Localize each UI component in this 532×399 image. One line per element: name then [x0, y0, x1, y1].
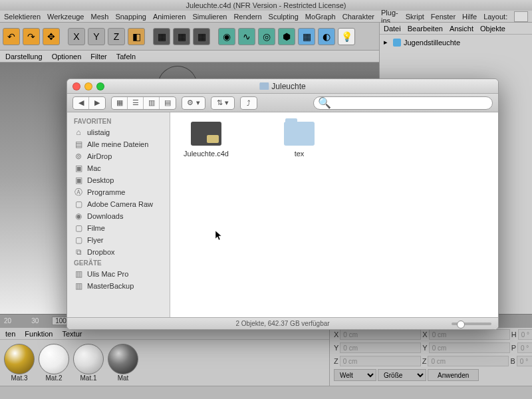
- deformer-icon[interactable]: ⬢: [278, 28, 295, 45]
- icon-view-button[interactable]: ▦: [112, 97, 128, 109]
- sidebar-item[interactable]: ▢Filme: [67, 222, 170, 234]
- z-pos-input[interactable]: [340, 356, 421, 366]
- menu-item[interactable]: Animieren: [153, 13, 186, 21]
- menu-item[interactable]: Skript: [406, 13, 424, 21]
- panel-menu[interactable]: Objekte: [480, 25, 505, 33]
- material-swatch[interactable]: Mat.1: [73, 344, 104, 382]
- primitive-icon[interactable]: ◉: [218, 28, 235, 45]
- y-pos-input[interactable]: [340, 342, 421, 353]
- mat-tab[interactable]: Funktion: [25, 330, 53, 338]
- size-select[interactable]: Größe: [378, 369, 426, 381]
- move-icon[interactable]: ✥: [43, 28, 60, 45]
- file-item[interactable]: tex: [273, 122, 326, 158]
- list-view-button[interactable]: ☰: [128, 97, 144, 109]
- undo-icon[interactable]: ↶: [3, 28, 20, 45]
- sidebar-item[interactable]: ⒶProgramme: [67, 186, 170, 198]
- light-icon[interactable]: 💡: [338, 28, 355, 45]
- h-input[interactable]: [518, 329, 532, 340]
- sidebar-item-label: Desktop: [87, 176, 114, 184]
- material-swatch[interactable]: Mat.3: [4, 344, 35, 382]
- generator-icon[interactable]: ◎: [258, 28, 275, 45]
- panel-menu[interactable]: Bearbeiten: [408, 25, 443, 33]
- sidebar-item[interactable]: ⊚AirDrop: [67, 150, 170, 162]
- close-button[interactable]: [72, 82, 80, 90]
- render-region-icon[interactable]: ▦: [173, 28, 190, 45]
- x-size-input[interactable]: [429, 329, 510, 340]
- share-button[interactable]: ⤴: [240, 96, 257, 110]
- x-axis-icon[interactable]: X: [68, 28, 85, 45]
- menu-item[interactable]: Simulieren: [192, 13, 227, 21]
- tree-item[interactable]: ▸ Jugendstilleuchte: [384, 37, 528, 47]
- layout-label: Layout:: [483, 13, 507, 21]
- sidebar-item[interactable]: ⧉Dropbox: [67, 246, 170, 258]
- menu-item[interactable]: Hilfe: [462, 13, 477, 21]
- y-axis-icon[interactable]: Y: [88, 28, 105, 45]
- env-icon[interactable]: ◐: [318, 28, 335, 45]
- sidebar-item[interactable]: ▥MasterBackup: [67, 280, 170, 292]
- world-select[interactable]: Welt: [334, 369, 376, 381]
- file-item[interactable]: Juleuchte.c4d: [180, 122, 233, 158]
- y-size-input[interactable]: [429, 342, 510, 353]
- coverflow-view-button[interactable]: ▤: [160, 97, 176, 109]
- material-swatch[interactable]: Mat: [108, 344, 138, 382]
- z-size-input[interactable]: [428, 356, 509, 366]
- viewport-tab[interactable]: Tafeln: [116, 53, 136, 61]
- mat-tab[interactable]: ten: [5, 330, 15, 338]
- viewport-tab[interactable]: Optionen: [52, 53, 82, 61]
- finder-titlebar[interactable]: Juleuchte: [67, 79, 498, 94]
- sidebar-item[interactable]: ▢Adobe Camera Raw: [67, 198, 170, 210]
- minimize-button[interactable]: [84, 82, 92, 90]
- mat-tab[interactable]: Textur: [63, 330, 82, 338]
- finder-sidebar: Favoriten ⌂ulistaig▤Alle meine Dateien⊚A…: [67, 112, 170, 317]
- b-label: B: [510, 357, 515, 365]
- back-button[interactable]: ◀: [73, 97, 89, 109]
- layout-dropdown[interactable]: [514, 11, 528, 22]
- sidebar-item[interactable]: ▥Ulis Mac Pro: [67, 268, 170, 280]
- menu-item[interactable]: Rendern: [233, 13, 261, 21]
- arrange-menu[interactable]: ⇅ ▾: [211, 96, 235, 110]
- menu-item[interactable]: Plug-ins: [381, 9, 399, 25]
- icon-size-slider[interactable]: [452, 323, 491, 325]
- viewport-tab[interactable]: Darstellung: [5, 53, 43, 61]
- menu-item[interactable]: Sculpting: [269, 13, 299, 21]
- viewport-tab[interactable]: Filter: [90, 53, 106, 61]
- search-input[interactable]: [334, 99, 488, 107]
- column-view-button[interactable]: ▥: [144, 97, 160, 109]
- sidebar-item[interactable]: ▣Desktop: [67, 174, 170, 186]
- redo-icon[interactable]: ↷: [23, 28, 40, 45]
- menu-item[interactable]: Selektieren: [4, 13, 41, 21]
- render-settings-icon[interactable]: ▦: [193, 28, 210, 45]
- search-field[interactable]: 🔍: [313, 96, 493, 110]
- sidebar-item[interactable]: ◉Downloads: [67, 210, 170, 222]
- menu-item[interactable]: MoGraph: [305, 13, 336, 21]
- action-menu[interactable]: ⚙ ▾: [182, 96, 205, 110]
- sidebar-item[interactable]: ⌂ulistaig: [67, 126, 170, 138]
- material-swatch[interactable]: Mat.2: [39, 344, 69, 382]
- sidebar-item[interactable]: ▢Flyer: [67, 234, 170, 246]
- sidebar-item[interactable]: ▤Alle meine Dateien: [67, 138, 170, 150]
- apply-button[interactable]: Anwenden: [428, 369, 479, 381]
- x-pos-input[interactable]: [340, 329, 421, 340]
- expand-icon[interactable]: ▸: [384, 38, 390, 47]
- p-input[interactable]: [517, 342, 532, 353]
- menu-item[interactable]: Mesh: [90, 13, 108, 21]
- spline-icon[interactable]: ∿: [238, 28, 255, 45]
- sidebar-item-label: Alle meine Dateien: [87, 140, 148, 148]
- menu-item[interactable]: Fenster: [431, 13, 456, 21]
- sidebar-item[interactable]: ▣Mac: [67, 162, 170, 174]
- sidebar-section-devices: Geräte: [67, 258, 170, 268]
- render-icon[interactable]: ▦: [153, 28, 170, 45]
- sidebar-section-favorites: Favoriten: [67, 116, 170, 126]
- menu-item[interactable]: Werkzeuge: [47, 13, 84, 21]
- panel-menu[interactable]: Datei: [384, 25, 401, 33]
- zoom-button[interactable]: [96, 82, 104, 90]
- finder-content[interactable]: Juleuchte.c4dtex: [170, 112, 498, 317]
- z-axis-icon[interactable]: Z: [108, 28, 125, 45]
- menu-item[interactable]: Snapping: [115, 13, 146, 21]
- forward-button[interactable]: ▶: [89, 97, 105, 109]
- menu-item[interactable]: Charakter: [342, 13, 374, 21]
- b-input[interactable]: [517, 356, 532, 366]
- panel-menu[interactable]: Ansicht: [450, 25, 473, 33]
- cube-icon[interactable]: ◧: [128, 28, 145, 45]
- camera-icon[interactable]: ▦: [298, 28, 315, 45]
